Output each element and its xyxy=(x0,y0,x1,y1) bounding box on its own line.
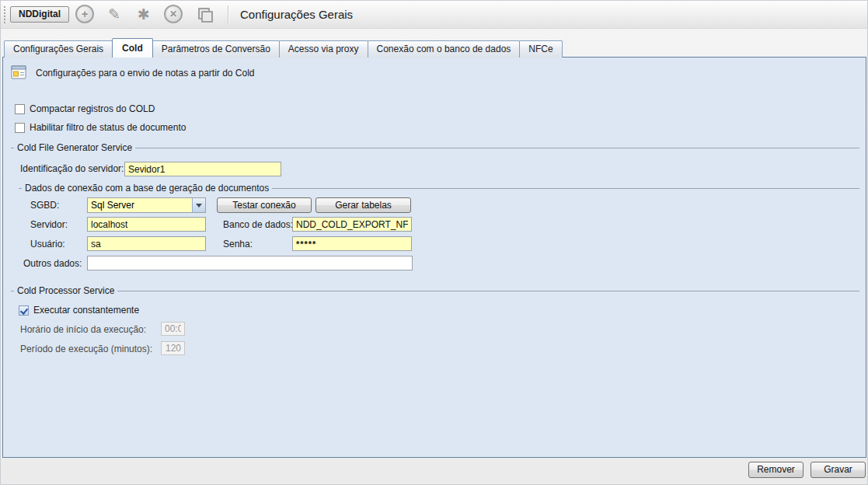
database-input[interactable] xyxy=(292,217,412,232)
sgbd-selected-value: Sql Server xyxy=(88,198,192,212)
checkbox-box xyxy=(15,123,25,133)
checkbox-label: Compactar registros do COLD xyxy=(30,103,155,114)
tab-acesso-via-proxy[interactable]: Acesso via proxy xyxy=(279,40,368,58)
checkbox-label: Habilitar filtro de status de documento xyxy=(30,122,186,133)
server-label: Servidor: xyxy=(30,218,68,232)
app-window: NDDigital + ✎ ✱ ✕ Configurações Gerais C… xyxy=(0,0,868,485)
user-input[interactable] xyxy=(87,236,206,251)
sgbd-select[interactable]: Sql Server xyxy=(87,197,206,213)
password-input[interactable] xyxy=(292,236,412,251)
brand-button[interactable]: NDDigital xyxy=(10,6,69,23)
group-title: Dados de conexão com a base de geração d… xyxy=(22,183,272,194)
group-cold-file-generator: Cold File Generator Service xyxy=(11,148,859,148)
checkbox-box xyxy=(19,305,29,316)
other-data-input[interactable] xyxy=(87,256,413,270)
checkbox-compactar-registros[interactable]: Compactar registros do COLD xyxy=(15,103,155,114)
checkbox-box xyxy=(15,104,25,114)
period-label: Período de execução (minutos): xyxy=(20,342,152,357)
copy-icon[interactable] xyxy=(195,5,214,23)
user-label: Usuário: xyxy=(30,237,65,252)
remove-button[interactable]: Remover xyxy=(748,462,804,478)
toolbar: NDDigital + ✎ ✱ ✕ Configurações Gerais xyxy=(1,1,867,29)
sgbd-label: SGBD: xyxy=(30,198,59,213)
group-title: Cold File Generator Service xyxy=(14,142,135,153)
period-input xyxy=(161,341,185,355)
database-label: Banco de dados: xyxy=(223,218,293,232)
tab-conexao-banco-de-dados[interactable]: Conexão com o banco de dados xyxy=(368,40,521,58)
group-title: Cold Processor Service xyxy=(14,285,117,296)
save-button[interactable]: Gravar xyxy=(810,462,866,478)
gear-icon[interactable]: ✱ xyxy=(134,5,153,23)
close-icon[interactable]: ✕ xyxy=(164,5,183,23)
server-id-label: Identificação do servidor: xyxy=(20,162,124,176)
toolbar-separator xyxy=(228,5,228,24)
group-dados-conexao: Dados de conexão com a base de geração d… xyxy=(19,188,859,189)
tab-parametros-de-conversao[interactable]: Parâmetros de Conversão xyxy=(152,40,280,58)
checkbox-label: Executar constantemente xyxy=(33,305,139,316)
cold-tab-panel: Configurações para o envio de notas a pa… xyxy=(2,57,866,458)
server-id-input[interactable] xyxy=(124,162,281,176)
copy-icon-shape xyxy=(198,8,211,20)
password-label: Senha: xyxy=(223,237,253,252)
edit-icon[interactable]: ✎ xyxy=(105,5,124,23)
page-title: Configurações Gerais xyxy=(240,8,353,21)
tab-strip: Configurações Gerais Cold Parâmetros de … xyxy=(4,38,563,58)
tab-cold[interactable]: Cold xyxy=(112,38,153,58)
tab-nfce[interactable]: NFCe xyxy=(519,40,562,58)
add-icon[interactable]: + xyxy=(75,5,94,23)
generate-tables-button[interactable]: Gerar tabelas xyxy=(315,197,411,213)
group-cold-processor: Cold Processor Service xyxy=(11,291,859,291)
form-icon xyxy=(9,63,28,82)
other-data-label: Outros dados: xyxy=(23,256,82,271)
chevron-down-icon[interactable] xyxy=(192,198,205,212)
toolbar-grip[interactable] xyxy=(4,6,5,23)
test-connection-button[interactable]: Testar conexão xyxy=(217,197,312,213)
tab-configuracoes-gerais[interactable]: Configurações Gerais xyxy=(4,40,113,58)
checkbox-executar-constantemente[interactable]: Executar constantemente xyxy=(19,305,139,316)
panel-description: Configurações para o envio de notas a pa… xyxy=(36,68,255,79)
checkbox-habilitar-filtro[interactable]: Habilitar filtro de status de documento xyxy=(15,122,186,133)
start-time-input xyxy=(161,322,185,336)
start-time-label: Horário de início da execução: xyxy=(20,323,146,337)
server-input[interactable] xyxy=(87,217,206,232)
